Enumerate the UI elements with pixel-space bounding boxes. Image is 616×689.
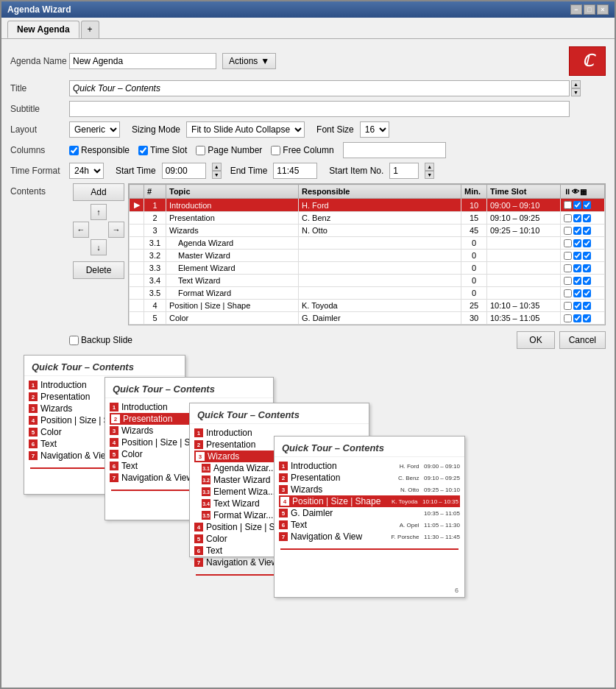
row-eye-check[interactable] [573, 277, 581, 285]
row-visible-check[interactable] [583, 239, 591, 247]
slide-num: 5 [194, 534, 203, 543]
row-pause-check[interactable] [564, 214, 572, 222]
slide-num: 7 [110, 473, 118, 482]
maximize-button[interactable]: □ [584, 4, 595, 15]
table-row[interactable]: 3.4 Text Wizard 0 [130, 275, 605, 287]
title-input[interactable] [69, 80, 570, 96]
table-row[interactable]: 3.3 Element Wizard 0 [130, 262, 605, 275]
table-row[interactable]: ▶ 1 Introduction H. Ford 10 09:00 – 09:1… [130, 199, 605, 212]
row-visible-check[interactable] [583, 214, 591, 222]
row-pause-check[interactable] [564, 302, 572, 310]
table-row[interactable]: 3.2 Master Wizard 0 [130, 250, 605, 262]
row-icons [561, 225, 605, 237]
ok-button[interactable]: OK [517, 331, 554, 349]
page-number-checkbox-label[interactable]: Page Number [196, 145, 262, 155]
row-visible-check[interactable] [583, 264, 591, 272]
table-row[interactable]: 4 Position | Size | Shape K. Toyoda 25 1… [130, 300, 605, 312]
row-eye-check[interactable] [573, 227, 581, 235]
table-row[interactable]: 3 Wizards N. Otto 45 09:25 – 10:10 [130, 225, 605, 237]
row-eye-check[interactable] [573, 302, 581, 310]
start-item-up[interactable]: ▲ [425, 163, 434, 171]
font-size-select[interactable]: 16 [360, 121, 389, 138]
minimize-button[interactable]: − [570, 4, 582, 15]
table-row[interactable]: 5 Color G. Daimler 30 10:35 – 11:05 [130, 312, 605, 325]
start-item-input[interactable] [389, 163, 419, 179]
row-visible-check[interactable] [583, 314, 591, 322]
end-time-input[interactable] [273, 163, 317, 179]
row-visible-check[interactable] [583, 201, 591, 209]
table-body: ▶ 1 Introduction H. Ford 10 09:00 – 09:1… [130, 199, 605, 325]
responsible-checkbox[interactable] [69, 146, 79, 155]
right-button[interactable]: → [108, 222, 124, 238]
agenda-name-input[interactable] [69, 53, 216, 69]
row-visible-check[interactable] [583, 227, 591, 235]
start-time-input[interactable] [162, 163, 206, 179]
down-button[interactable]: ↓ [91, 239, 107, 255]
time-slot-checkbox[interactable] [138, 146, 148, 155]
backup-slide-checkbox[interactable] [69, 336, 79, 345]
time-format-label: Time Format [10, 166, 69, 176]
row-visible-check[interactable] [583, 277, 591, 285]
subtitle-input[interactable] [69, 101, 570, 117]
slide-num: 2 [29, 392, 38, 401]
slide-item: 4Position | Size | ShapeK. Toyoda 10:10 … [279, 495, 460, 507]
row-arrow-cell [130, 300, 144, 312]
cancel-button[interactable]: Cancel [559, 331, 606, 349]
start-item-down[interactable]: ▼ [425, 171, 434, 179]
slide-num: 6 [110, 462, 118, 470]
free-column-checkbox-label[interactable]: Free Column [271, 145, 333, 155]
row-eye-check[interactable] [573, 252, 581, 260]
row-eye-check[interactable] [573, 201, 581, 209]
backup-slide-label[interactable]: Backup Slide [69, 335, 132, 345]
row-visible-check[interactable] [583, 289, 591, 297]
row-pause-check[interactable] [564, 264, 572, 272]
row-eye-check[interactable] [573, 214, 581, 222]
tab-add-button[interactable]: + [81, 21, 99, 38]
row-pause-check[interactable] [564, 252, 572, 260]
row-visible-check[interactable] [583, 252, 591, 260]
up-button[interactable]: ↑ [91, 204, 107, 220]
row-arrow-cell [130, 212, 144, 225]
row-pause-check[interactable] [564, 227, 572, 235]
row-eye-check[interactable] [573, 289, 581, 297]
row-timeslot [487, 237, 561, 250]
font-size-label: Font Size [316, 124, 354, 135]
page-number-checkbox[interactable] [196, 146, 205, 155]
row-arrow-cell [130, 287, 144, 300]
table-row[interactable]: 3.1 Agenda Wizard 0 [130, 237, 605, 250]
row-visible-check[interactable] [583, 302, 591, 310]
table-row[interactable]: 2 Presentation C. Benz 15 09:10 – 09:25 [130, 212, 605, 225]
row-pause-check[interactable] [564, 314, 572, 322]
row-arrow-cell [130, 250, 144, 262]
row-num: 3.3 [144, 262, 166, 275]
table-row[interactable]: 3.5 Format Wizard 0 [130, 287, 605, 300]
row-icons [561, 237, 605, 250]
title-up-arrow[interactable]: ▲ [571, 80, 581, 88]
row-pause-check[interactable] [564, 289, 572, 297]
row-pause-check[interactable] [564, 277, 572, 285]
responsible-checkbox-label[interactable]: Responsible [69, 145, 130, 155]
row-topic: Element Wizard [166, 262, 299, 275]
row-pause-check[interactable] [564, 239, 572, 247]
row-eye-check[interactable] [573, 239, 581, 247]
free-column-checkbox[interactable] [271, 146, 280, 155]
tab-new-agenda[interactable]: New Agenda [7, 21, 79, 38]
add-button[interactable]: Add [73, 183, 124, 201]
time-format-select[interactable]: 24h [69, 163, 104, 179]
free-column-input[interactable] [343, 142, 446, 158]
sizing-mode-select[interactable]: Fit to Slide Auto Collapse [186, 121, 305, 138]
actions-button[interactable]: Actions ▼ [222, 53, 276, 69]
time-slot-checkbox-label[interactable]: Time Slot [138, 145, 187, 155]
row-pause-check[interactable] [564, 201, 572, 209]
layout-select[interactable]: Generic [69, 121, 120, 138]
row-eye-check[interactable] [573, 264, 581, 272]
row-responsible [299, 275, 461, 287]
close-button[interactable]: × [597, 4, 609, 15]
slide-num: 4 [110, 438, 118, 447]
start-time-down[interactable]: ▼ [212, 171, 222, 179]
delete-button[interactable]: Delete [73, 261, 124, 279]
start-time-up[interactable]: ▲ [212, 163, 222, 171]
left-button[interactable]: ← [73, 222, 89, 238]
row-eye-check[interactable] [573, 314, 581, 322]
title-down-arrow[interactable]: ▼ [571, 88, 581, 96]
